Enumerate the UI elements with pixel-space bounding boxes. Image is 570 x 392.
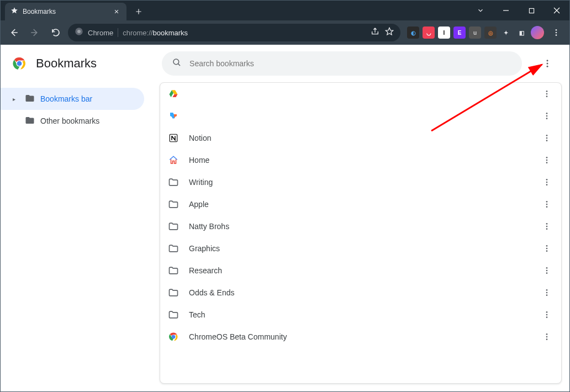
bookmark-label: Research <box>189 266 530 275</box>
svg-point-4 <box>556 32 557 34</box>
forward-button[interactable] <box>26 24 44 41</box>
bookmark-row-menu-button[interactable] <box>540 109 553 123</box>
bookmark-label: Graphics <box>189 244 530 253</box>
svg-point-11 <box>547 63 548 65</box>
extension-instapaper-icon[interactable]: I <box>438 27 450 39</box>
drive-favicon-icon <box>168 88 179 99</box>
bookmark-row-menu-button[interactable] <box>540 330 553 343</box>
bookmarks-list: NotionHomeWritingAppleNatty BrohsGraphic… <box>160 82 562 384</box>
svg-point-38 <box>546 267 548 269</box>
bookmark-row-menu-button[interactable] <box>540 308 553 321</box>
bookmark-folder-row[interactable]: Tech <box>160 304 561 326</box>
svg-point-12 <box>547 66 548 67</box>
profile-avatar[interactable] <box>531 26 544 39</box>
bookmark-row-menu-button[interactable] <box>540 153 553 167</box>
extension-panel-icon[interactable]: ◧ <box>515 27 527 39</box>
folder-icon <box>168 177 179 188</box>
svg-point-23 <box>546 157 548 158</box>
bookmark-item-row[interactable] <box>160 105 561 127</box>
bookmark-label: Notion <box>189 134 530 142</box>
omnibox-scheme-label: Chrome <box>88 29 113 37</box>
bookmark-row-menu-button[interactable] <box>540 242 553 255</box>
bookmarks-sidebar: ▸Bookmarks barOther bookmarks <box>1 82 144 384</box>
folder-icon <box>168 287 179 298</box>
svg-point-15 <box>546 96 548 97</box>
bookmark-item-row[interactable] <box>160 83 561 105</box>
folder-icon <box>25 115 35 127</box>
window-maximize-button[interactable] <box>519 1 544 20</box>
svg-point-2 <box>77 30 81 33</box>
notion-favicon-icon <box>168 133 179 144</box>
share-icon[interactable] <box>371 27 379 38</box>
bookmark-label: Odds & Ends <box>189 288 530 297</box>
bookmark-row-menu-button[interactable] <box>540 131 553 145</box>
svg-point-32 <box>546 223 548 225</box>
svg-point-49 <box>546 333 548 335</box>
tab-title: Bookmarks <box>23 8 108 15</box>
bookmark-item-row[interactable]: Home <box>160 149 561 171</box>
extension-ext-a-icon[interactable]: ◐ <box>407 27 419 39</box>
sidebar-item-other-bookmarks[interactable]: Other bookmarks <box>1 110 144 132</box>
svg-point-25 <box>546 162 548 163</box>
browser-tab[interactable]: Bookmarks <box>5 3 126 20</box>
bookmarks-header: Bookmarks <box>1 45 569 82</box>
bookmark-row-menu-button[interactable] <box>540 198 553 211</box>
svg-point-35 <box>546 245 548 247</box>
bookmark-label: ChromeOS Beta Community <box>189 332 530 341</box>
bookmark-folder-row[interactable]: Writing <box>160 171 561 193</box>
browser-toolbar: Chrome chrome://bookmarks ◐◡IEu◎✦◧ <box>1 20 569 45</box>
bookmark-folder-row[interactable]: Apple <box>160 193 561 215</box>
folder-icon <box>168 309 179 320</box>
svg-point-27 <box>546 182 548 183</box>
page-title: Bookmarks <box>36 56 97 71</box>
extension-pocket-icon[interactable]: ◡ <box>423 27 435 39</box>
back-button[interactable] <box>5 24 23 41</box>
extension-ext-e-icon[interactable]: E <box>453 27 466 39</box>
tab-search-button[interactable] <box>468 1 493 20</box>
folder-icon <box>168 221 179 232</box>
svg-point-30 <box>546 204 548 205</box>
bookmark-folder-row[interactable]: Natty Brohs <box>160 215 561 237</box>
search-bookmarks-field[interactable] <box>162 51 522 76</box>
search-input[interactable] <box>189 59 512 68</box>
chrome-menu-button[interactable] <box>547 24 565 41</box>
window-close-button[interactable] <box>544 1 569 20</box>
chrome-icon <box>75 27 83 38</box>
search-icon <box>172 57 182 70</box>
bookmark-row-menu-button[interactable] <box>540 176 553 189</box>
extension-ext-ring-icon[interactable]: ◎ <box>484 27 497 39</box>
bookmark-folder-row[interactable]: Research <box>160 259 561 282</box>
star-icon <box>10 7 18 17</box>
bookmark-row-menu-button[interactable] <box>540 264 553 277</box>
omnibox-separator <box>118 28 118 37</box>
chrome-favicon-icon <box>168 331 179 342</box>
bookmark-row-menu-button[interactable] <box>540 87 553 100</box>
sidebar-item-bookmarks-bar[interactable]: ▸Bookmarks bar <box>1 88 144 110</box>
reload-button[interactable] <box>47 24 65 41</box>
sidebar-item-label: Bookmarks bar <box>40 94 92 103</box>
svg-point-3 <box>556 29 557 31</box>
tab-close-button[interactable] <box>112 7 121 16</box>
extension-extensions-icon[interactable]: ✦ <box>500 27 512 39</box>
svg-point-20 <box>546 135 548 136</box>
extension-ublock-icon[interactable]: u <box>469 27 481 39</box>
bookmark-row-menu-button[interactable] <box>540 220 553 233</box>
home-favicon-icon <box>168 155 179 166</box>
bookmark-item-row[interactable]: ChromeOS Beta Community <box>160 326 561 348</box>
svg-point-28 <box>546 184 548 186</box>
window-minimize-button[interactable] <box>493 1 519 20</box>
organize-menu-button[interactable] <box>537 54 557 73</box>
address-bar[interactable]: Chrome chrome://bookmarks <box>68 24 400 41</box>
bookmark-row-menu-button[interactable] <box>540 286 553 299</box>
svg-rect-0 <box>529 8 534 13</box>
bookmark-folder-row[interactable]: Graphics <box>160 237 561 259</box>
svg-point-46 <box>546 316 548 318</box>
bookmark-star-icon[interactable] <box>385 27 394 38</box>
bookmark-folder-row[interactable]: Odds & Ends <box>160 282 561 304</box>
titlebar: Bookmarks <box>1 1 569 20</box>
chrome-logo-icon <box>13 57 26 70</box>
svg-point-16 <box>546 113 548 114</box>
bookmark-item-row[interactable]: Notion <box>160 127 561 149</box>
svg-point-37 <box>546 250 548 252</box>
new-tab-button[interactable] <box>131 4 146 19</box>
